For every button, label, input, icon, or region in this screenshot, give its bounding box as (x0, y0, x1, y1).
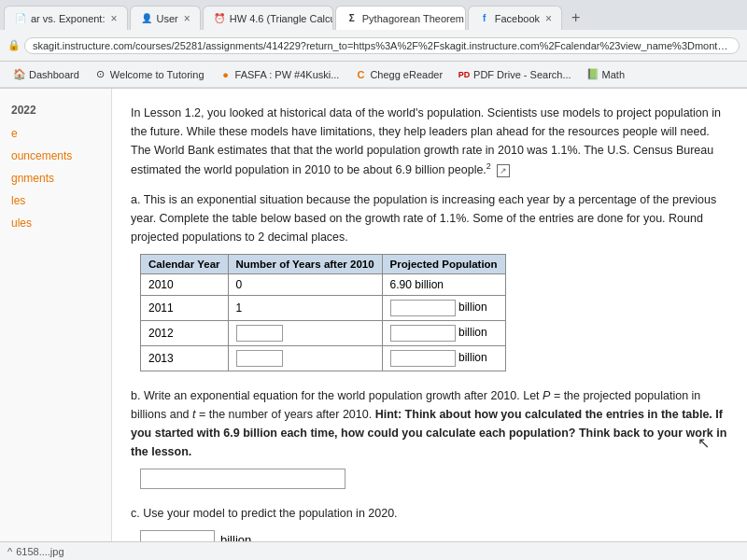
tab-user[interactable]: 👤 User × (130, 6, 201, 30)
sidebar-item-assignments[interactable]: gnments (0, 167, 111, 189)
bookmark-tutoring[interactable]: ⊙ Welcome to Tutoring (89, 66, 210, 83)
sidebar-item-announcements[interactable]: ouncements (0, 145, 111, 167)
sidebar-item-e[interactable]: e (0, 122, 111, 145)
tab-icon-user: 👤 (140, 12, 153, 25)
tab-icon-exponent: 📄 (14, 12, 27, 25)
address-bar: 🔒 skagit.instructure.com/courses/25281/a… (0, 30, 747, 62)
col-header-population: Projected Population (382, 255, 505, 274)
dot-icon: ● (219, 68, 233, 81)
new-tab-button[interactable]: + (564, 6, 587, 30)
lock-icon: 🔒 (7, 39, 21, 51)
pop-input-2012[interactable] (390, 325, 456, 342)
col-header-year: Calendar Year (141, 255, 229, 274)
bookmark-chegg[interactable]: C Chegg eReader (348, 66, 448, 83)
cell-pop-2013: billion (382, 346, 505, 371)
sidebar-year: 2022 (0, 98, 111, 122)
file-icon: ^ (7, 546, 12, 557)
tab-close-5[interactable]: × (545, 12, 552, 25)
table-row-2012: 2012 billion (141, 321, 506, 346)
address-input[interactable]: skagit.instructure.com/courses/25281/ass… (24, 37, 740, 54)
home-icon: 🏠 (13, 68, 26, 81)
sidebar-item-modules[interactable]: ules (0, 212, 111, 234)
question-b-section: b. Write an exponential equation for the… (131, 386, 728, 489)
cell-year-2012: 2012 (141, 321, 229, 346)
population-table: Calendar Year Number of Years after 2010… (140, 254, 506, 371)
cell-year-2011: 2011 (141, 296, 229, 321)
status-file: ^ 6158....jpg (7, 546, 64, 557)
book-icon: 📗 (586, 68, 599, 81)
bookmarks-bar: 🏠 Dashboard ⊙ Welcome to Tutoring ● FASF… (0, 62, 747, 88)
tab-icon-facebook: f (478, 12, 491, 25)
cell-years-2010: 0 (228, 274, 382, 296)
status-bar: ^ 6158....jpg (0, 541, 747, 560)
tab-pythagorean[interactable]: Σ Pythagorean Theorem Calcu × (335, 6, 466, 30)
main-content: In Lesson 1.2, you looked at historical … (112, 89, 747, 560)
bookmark-dashboard[interactable]: 🏠 Dashboard (7, 66, 85, 83)
cell-years-2013 (228, 346, 382, 371)
equation-input[interactable] (140, 469, 345, 489)
cell-year-2010: 2010 (141, 274, 229, 296)
question-a-section: a. This is an exponential situation beca… (131, 190, 728, 371)
browser-chrome: 📄 ar vs. Exponent: × 👤 User × ⏰ HW 4.6 (… (0, 0, 747, 89)
question-a-text: a. This is an exponential situation beca… (131, 190, 728, 246)
pop-input-2013[interactable] (390, 350, 456, 367)
external-link-icon[interactable]: ↗ (497, 164, 510, 177)
cell-pop-2011: billion (382, 296, 505, 321)
years-input-2013[interactable] (236, 350, 283, 367)
years-input-2012[interactable] (236, 325, 283, 342)
question-b-text: b. Write an exponential equation for the… (131, 386, 728, 461)
cell-pop-2010: 6.90 billion (382, 274, 505, 296)
page-container: 2022 e ouncements gnments les ules In Le… (0, 89, 747, 560)
tab-hw[interactable]: ⏰ HW 4.6 (Triangle Calculations × (203, 6, 333, 30)
bookmark-math[interactable]: 📗 Math (581, 66, 630, 83)
cursor-arrow: ↖ (698, 434, 710, 452)
question-c-text: c. Use your model to predict the populat… (131, 504, 728, 523)
table-row-2010: 2010 0 6.90 billion (141, 274, 506, 296)
bookmark-fasfa[interactable]: ● FASFA : PW #4Kuski... (214, 66, 345, 83)
cell-years-2012 (228, 321, 382, 346)
cell-pop-2012: billion (382, 321, 505, 346)
tab-close-2[interactable]: × (184, 12, 190, 25)
chegg-icon: C (354, 68, 367, 81)
pdf-icon: PD (458, 68, 471, 81)
tab-close-1[interactable]: × (111, 12, 118, 25)
tab-icon-hw: ⏰ (213, 12, 226, 25)
col-header-years-after: Number of Years after 2010 (228, 255, 382, 274)
tab-bar: 📄 ar vs. Exponent: × 👤 User × ⏰ HW 4.6 (… (0, 0, 747, 30)
bookmark-pdfdrive[interactable]: PD PDF Drive - Search... (452, 66, 577, 83)
pop-input-2011[interactable] (390, 300, 456, 316)
tab-facebook[interactable]: f Facebook × (468, 6, 562, 30)
table-row-2013: 2013 billion (141, 346, 506, 371)
tab-icon-pythagorean: Σ (345, 12, 359, 25)
tab-exponent[interactable]: 📄 ar vs. Exponent: × (4, 6, 128, 30)
intro-paragraph: In Lesson 1.2, you looked at historical … (131, 104, 728, 179)
table-row-2011: 2011 1 billion (141, 296, 506, 321)
cell-years-2011: 1 (228, 296, 382, 321)
sidebar: 2022 e ouncements gnments les ules (0, 89, 112, 560)
filename: 6158....jpg (16, 546, 63, 557)
cell-year-2013: 2013 (141, 346, 229, 371)
circle-icon: ⊙ (94, 68, 107, 81)
sidebar-item-files[interactable]: les (0, 189, 111, 212)
